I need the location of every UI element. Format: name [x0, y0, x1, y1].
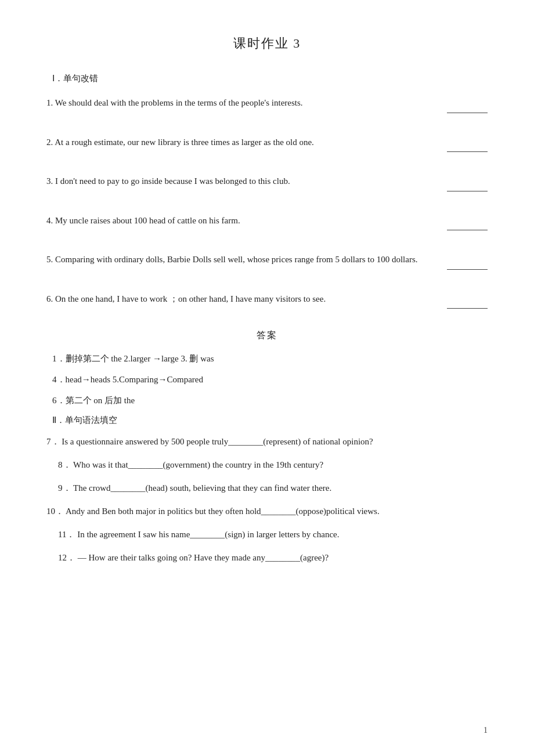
page-number: 1	[484, 726, 488, 735]
q2-block-12: 12． ― How are their talks going on? Have…	[58, 549, 488, 566]
q8-text: Who was it that________(government) the …	[73, 460, 323, 469]
q2-block-10: 10． Andy and Ben both major in politics …	[46, 502, 488, 520]
q2-num: 2.	[46, 138, 53, 147]
question-block-1: 1. We should deal with the problems in t…	[46, 95, 488, 113]
q2-block-7: 7． Is a questionnaire answered by 500 pe…	[46, 433, 488, 450]
question-text-6: 6. On the one hand, I have to work ；on o…	[46, 291, 488, 308]
q1-num: 1.	[46, 98, 53, 107]
q2-text: At a rough estimate, our new library is …	[55, 138, 314, 147]
q6-text: On the one hand, I have to work ；on othe…	[55, 294, 326, 303]
question-text-5: 5. Comparing with ordinary dolls, Barbie…	[46, 251, 488, 268]
q11-text: In the agreement I saw his name________(…	[77, 530, 339, 539]
answer-blank-3	[447, 191, 488, 191]
q2-block-8: 8． Who was it that________(government) t…	[58, 456, 488, 473]
answer-line-1: 1．删掉第二个 the 2.larger →large 3. 删 was	[52, 350, 488, 367]
q3-num: 3.	[46, 176, 53, 186]
question-block-3: 3. I don't need to pay to go inside beca…	[46, 173, 488, 191]
q5-num: 5.	[46, 255, 53, 264]
q6-num: 6.	[46, 294, 53, 303]
section1-title: Ⅰ．单句改错	[52, 73, 488, 84]
answers-title: 答案	[46, 330, 488, 342]
q4-num: 4.	[46, 216, 53, 225]
q12-num: 12．	[58, 553, 75, 562]
q10-text: Andy and Ben both major in politics but …	[66, 507, 380, 516]
q8-num: 8．	[58, 460, 71, 469]
q9-text: The crowd________(head) south, believing…	[73, 483, 331, 493]
question-text-3: 3. I don't need to pay to go inside beca…	[46, 173, 488, 190]
answer-line-3: 6．第二个 on 后加 the	[52, 392, 488, 409]
q3-text: I don't need to pay to go inside because…	[55, 176, 290, 186]
answer-line-2: 4．head→heads 5.Comparing→Compared	[52, 371, 488, 388]
q1-text: We should deal with the problems in the …	[55, 98, 303, 107]
q7-num: 7．	[46, 437, 60, 446]
q2-block-11: 11． In the agreement I saw his name_____…	[58, 526, 488, 543]
section2-title: Ⅱ．单句语法填空	[52, 415, 488, 426]
answer-blank-6	[447, 308, 488, 309]
q9-num: 9．	[58, 483, 71, 493]
question-text-1: 1. We should deal with the problems in t…	[46, 95, 488, 111]
q10-num: 10．	[46, 507, 64, 516]
q5-text: Comparing with ordinary dolls, Barbie Do…	[55, 255, 417, 264]
question-block-5: 5. Comparing with ordinary dolls, Barbie…	[46, 251, 488, 270]
q2-block-9: 9． The crowd________(head) south, believ…	[58, 479, 488, 497]
answer-blank-1	[447, 113, 488, 113]
answer-blank-2	[447, 151, 488, 152]
question-text-2: 2. At a rough estimate, our new library …	[46, 134, 488, 151]
q12-text: ― How are their talks going on? Have the…	[78, 553, 329, 562]
q11-num: 11．	[58, 530, 75, 539]
question-block-4: 4. My uncle raises about 100 head of cat…	[46, 212, 488, 231]
page-title: 课时作业 3	[46, 35, 488, 52]
question-block-2: 2. At a rough estimate, our new library …	[46, 134, 488, 153]
answer-blank-5	[447, 269, 488, 270]
question-block-6: 6. On the one hand, I have to work ；on o…	[46, 291, 488, 309]
q4-text: My uncle raises about 100 head of cattle…	[55, 216, 240, 225]
q7-text: Is a questionnaire answered by 500 peopl…	[62, 437, 373, 446]
answer-blank-4	[447, 230, 488, 230]
question-text-4: 4. My uncle raises about 100 head of cat…	[46, 212, 488, 229]
